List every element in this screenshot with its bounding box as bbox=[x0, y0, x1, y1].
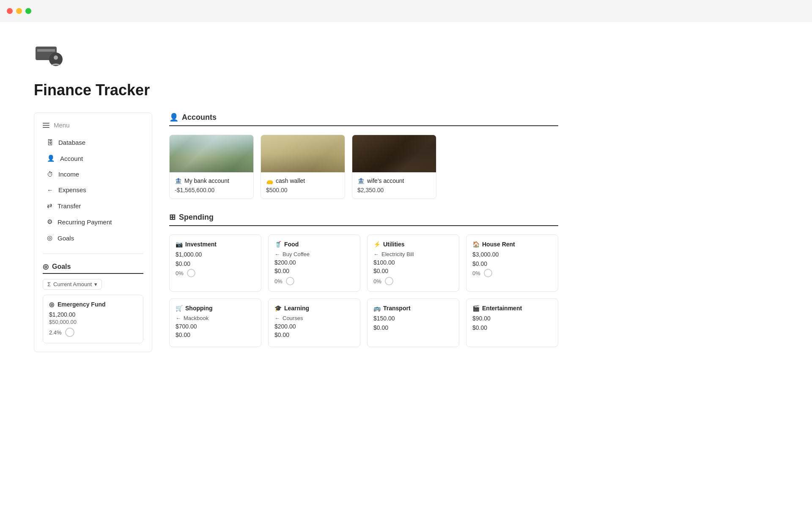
sidebar-item-recurring[interactable]: ⚙ Recurring Payment bbox=[43, 215, 143, 229]
spending-card-house-rent[interactable]: 🏠 House Rent $3,000.00 $0.00 0% bbox=[466, 235, 558, 292]
spending-card-entertainment[interactable]: 🎬 Entertainment $90.00 $0.00 bbox=[466, 298, 558, 347]
goal-progress: 2.4% bbox=[49, 328, 137, 337]
sidebar-item-account[interactable]: 👤 Account bbox=[43, 151, 143, 166]
spending-card-utilities[interactable]: ⚡ Utilities ← Electricity Bill $100.00 $… bbox=[367, 235, 459, 292]
utilities-sub-item: ← Electricity Bill bbox=[373, 251, 453, 257]
sidebar-item-label: Income bbox=[58, 171, 79, 178]
arrow-left-icon-utilities: ← bbox=[373, 251, 379, 257]
investment-actual: $0.00 bbox=[176, 260, 255, 267]
account-icon: 👤 bbox=[47, 155, 55, 162]
goal-current-amount: $1,200.00 bbox=[49, 311, 137, 318]
house-rent-budget: $3,000.00 bbox=[472, 251, 552, 258]
food-sub-item: ← Buy Coffee bbox=[274, 251, 354, 257]
house-icon: 🏠 bbox=[472, 241, 480, 248]
filter-label: Current Amount bbox=[53, 281, 92, 287]
sidebar-item-database[interactable]: 🗄 Database bbox=[43, 135, 143, 149]
spending-card-learning[interactable]: 🎓 Learning ← Courses $200.00 $0.00 bbox=[268, 298, 360, 347]
spending-card-header-food: 🥤 Food bbox=[274, 241, 354, 248]
account-card-amount-bank: -$1,565,600.00 bbox=[175, 187, 248, 193]
goal-card-emergency: ◎ Emergency Fund $1,200.00 $50,000.00 2.… bbox=[43, 295, 143, 343]
sidebar-divider bbox=[43, 254, 143, 254]
accounts-user-icon: 👤 bbox=[169, 113, 178, 122]
recurring-icon: ⚙ bbox=[47, 218, 52, 226]
spending-card-transport[interactable]: 🚌 Transport $150.00 $0.00 bbox=[367, 298, 459, 347]
sidebar-item-label: Account bbox=[60, 155, 83, 162]
spending-grid: 📷 Investment $1,000.00 $0.00 0% 🥤 Food bbox=[169, 235, 558, 347]
accounts-title: Accounts bbox=[182, 113, 217, 122]
sidebar-nav: 🗄 Database 👤 Account ⏱ Income ← Expenses… bbox=[43, 135, 143, 245]
spending-card-shopping[interactable]: 🛒 Shopping ← Mackbook $700.00 $0.00 bbox=[169, 298, 261, 347]
goals-nav-icon: ◎ bbox=[47, 234, 52, 242]
goal-card-header: ◎ Emergency Fund bbox=[49, 301, 137, 308]
arrow-left-icon-learning: ← bbox=[274, 315, 280, 321]
investment-icon: 📷 bbox=[176, 241, 183, 248]
sidebar-item-label: Recurring Payment bbox=[58, 218, 112, 226]
house-rent-progress-circle bbox=[484, 269, 492, 277]
account-card-image-wife bbox=[352, 135, 436, 172]
learning-remaining: $0.00 bbox=[274, 331, 354, 338]
spending-card-investment[interactable]: 📷 Investment $1,000.00 $0.00 0% bbox=[169, 235, 261, 292]
shopping-remaining: $0.00 bbox=[176, 331, 255, 338]
account-card-body-wife: 🏦 wife's account $2,350.00 bbox=[352, 172, 436, 199]
shopping-icon: 🛒 bbox=[176, 305, 183, 312]
goals-section-title: Goals bbox=[52, 263, 71, 271]
spending-card-header-transport: 🚌 Transport bbox=[373, 305, 453, 312]
transport-icon: 🚌 bbox=[373, 305, 381, 312]
spending-card-header-utilities: ⚡ Utilities bbox=[373, 241, 453, 248]
account-card-wife[interactable]: 🏦 wife's account $2,350.00 bbox=[352, 135, 436, 199]
utilities-actual: $100.00 bbox=[373, 259, 453, 266]
food-actual: $200.00 bbox=[274, 259, 354, 266]
page-title: Finance Tracker bbox=[34, 81, 558, 99]
income-icon: ⏱ bbox=[47, 171, 53, 178]
goal-name: Emergency Fund bbox=[58, 301, 106, 308]
goal-progress-value: 2.4% bbox=[49, 329, 62, 336]
transport-actual: $0.00 bbox=[373, 324, 453, 331]
learning-actual: $200.00 bbox=[274, 323, 354, 330]
close-button[interactable] bbox=[7, 8, 13, 14]
food-footer: 0% bbox=[274, 277, 354, 285]
spending-card-food[interactable]: 🥤 Food ← Buy Coffee $200.00 $0.00 0% bbox=[268, 235, 360, 292]
bank-icon: 🏦 bbox=[175, 177, 182, 184]
database-icon: 🗄 bbox=[47, 139, 53, 146]
spending-card-header-shopping: 🛒 Shopping bbox=[176, 305, 255, 312]
accounts-section-header: 👤 Accounts bbox=[169, 113, 558, 126]
sidebar-item-label: Transfer bbox=[58, 202, 81, 210]
food-remaining: $0.00 bbox=[274, 268, 354, 274]
sigma-icon: Σ bbox=[47, 281, 51, 287]
sidebar-item-label: Expenses bbox=[58, 186, 86, 193]
food-progress: 0% bbox=[274, 278, 283, 284]
sidebar-item-expenses[interactable]: ← Expenses bbox=[43, 183, 143, 197]
titlebar bbox=[0, 0, 812, 22]
utilities-progress: 0% bbox=[373, 278, 381, 284]
investment-budget: $1,000.00 bbox=[176, 251, 255, 258]
spending-card-header-investment: 📷 Investment bbox=[176, 241, 255, 248]
arrow-left-icon-food: ← bbox=[274, 251, 280, 257]
account-card-body-bank: 🏦 My bank account -$1,565,600.00 bbox=[170, 172, 253, 199]
logo-icon bbox=[34, 39, 64, 69]
current-amount-filter[interactable]: Σ Current Amount ▾ bbox=[43, 279, 102, 290]
minimize-button[interactable] bbox=[16, 8, 22, 14]
house-rent-footer: 0% bbox=[472, 269, 552, 277]
house-rent-actual: $0.00 bbox=[472, 260, 552, 267]
spending-grid-icon: ⊞ bbox=[169, 213, 176, 222]
sidebar-item-transfer[interactable]: ⇄ Transfer bbox=[43, 199, 143, 213]
investment-progress-circle bbox=[187, 269, 195, 277]
sidebar: Menu 🗄 Database 👤 Account ⏱ Income ← bbox=[34, 113, 152, 352]
spending-card-header-entertainment: 🎬 Entertainment bbox=[472, 305, 552, 312]
account-card-name-bank: 🏦 My bank account bbox=[175, 177, 248, 184]
sidebar-item-income[interactable]: ⏱ Income bbox=[43, 167, 143, 181]
food-icon: 🥤 bbox=[274, 241, 282, 248]
maximize-button[interactable] bbox=[25, 8, 31, 14]
menu-label: Menu bbox=[54, 121, 70, 129]
transfer-icon: ⇄ bbox=[47, 202, 52, 210]
account-card-cash[interactable]: 👝 cash wallet $500.00 bbox=[261, 135, 345, 199]
sidebar-item-goals[interactable]: ◎ Goals bbox=[43, 231, 143, 245]
wallet-icon: 👝 bbox=[266, 177, 273, 184]
account-card-bank[interactable]: 🏦 My bank account -$1,565,600.00 bbox=[169, 135, 254, 199]
svg-rect-1 bbox=[37, 49, 55, 52]
goal-target-amount: $50,000.00 bbox=[49, 319, 137, 325]
logo-area bbox=[34, 39, 558, 71]
menu-header: Menu bbox=[43, 121, 143, 129]
goals-section: ◎ Goals Σ Current Amount ▾ ◎ Emergency F… bbox=[43, 262, 143, 343]
spending-section-header: ⊞ Spending bbox=[169, 213, 558, 226]
